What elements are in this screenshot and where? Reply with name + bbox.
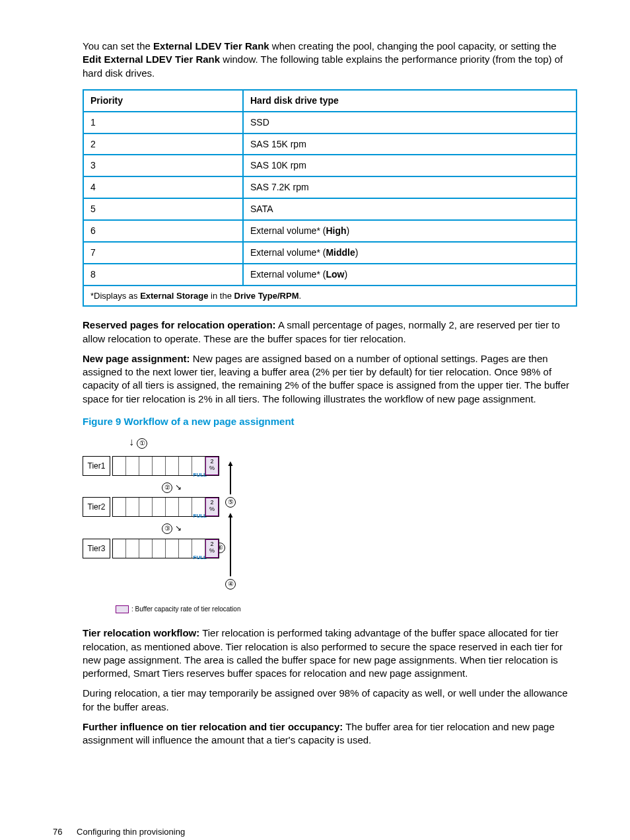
cell: 8 [83,264,243,286]
full-label: FULL [193,513,207,520]
tier3-label: Tier3 [83,539,110,558]
step-marker-4: ④ [225,579,236,590]
figure-diagram: ↓ ① Tier1 2% FULL ② ↘ Tier2 2% FULL [83,435,577,613]
cell: SATA [243,198,577,220]
table-footnote: *Displays as External Storage in the Dri… [83,286,577,307]
cell: SAS 10K rpm [243,155,577,176]
cell: 2 [83,134,243,155]
cell: 4 [83,176,243,198]
new-page-assignment-paragraph: New page assignment: New pages are assig… [83,352,577,406]
page-footer: 76 Configuring thin provisioning [53,826,577,838]
bold-text: Edit External LDEV Tier Rank [83,54,220,65]
further-influence-paragraph: Further influence on tier relocation and… [83,720,577,747]
bold-text: External LDEV Tier Rank [153,40,269,52]
tier-relocation-paragraph: Tier relocation workflow: Tier relocatio… [83,627,577,680]
cell: 5 [83,198,243,220]
cell: External volume* (Middle) [243,242,577,264]
figure-title: Figure 9 Workflow of a new page assignme… [83,415,577,428]
legend-swatch [116,605,129,613]
label: Reserved pages for relocation operation: [83,319,276,330]
intro-paragraph: You can set the External LDEV Tier Rank … [83,40,577,80]
reserved-pages-paragraph: Reserved pages for relocation operation:… [83,319,577,346]
cell: SSD [243,112,577,134]
th-drive-type: Hard disk drive type [243,90,577,112]
step-marker-1: ① [137,438,147,449]
tier2-label: Tier2 [83,497,110,517]
cell: SAS 15K rpm [243,134,577,155]
step-marker-3: ③ [162,523,172,534]
step-marker-2: ② [162,482,172,493]
tier1-label: Tier1 [83,456,110,476]
label: Tier relocation workflow: [83,627,199,638]
page-number: 76 [53,826,62,838]
text: You can set the [83,40,153,52]
cell: 3 [83,155,243,176]
full-label: FULL [193,554,207,562]
label: New page assignment: [83,353,190,364]
section-title: Configuring thin provisioning [77,827,185,837]
cell: SAS 7.2K rpm [243,176,577,198]
th-priority: Priority [83,90,243,112]
cell: External volume* (Low) [243,264,577,286]
priority-table: Priority Hard disk drive type 1SSD 2SAS … [83,89,577,307]
figure-legend: : Buffer capacity rate of tier relocatio… [116,605,577,614]
cell: 1 [83,112,243,134]
full-label: FULL [193,472,207,479]
step-marker-5: ⑤ [225,497,236,508]
cell: 7 [83,242,243,264]
text: when creating the pool, changing the poo… [269,40,557,52]
label: Further influence on tier relocation and… [83,721,343,732]
cell: External volume* (High) [243,220,577,242]
cell: 6 [83,220,243,242]
during-relocation-paragraph: During relocation, a tier may temporaril… [83,687,577,714]
